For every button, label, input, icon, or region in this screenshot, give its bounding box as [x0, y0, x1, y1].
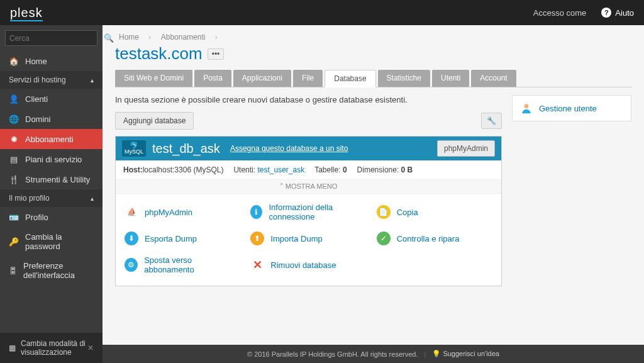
tabs: Siti Web e Domini Posta Applicazioni Fil…	[115, 70, 631, 87]
remove-icon: ✕	[250, 258, 264, 272]
lightbulb-icon: 💡	[432, 350, 441, 357]
top-header: plesk Accesso come ? Aiuto	[0, 0, 644, 25]
layout-icon: ▦	[9, 343, 16, 352]
action-remove-database[interactable]: ✕ Rimuovi database	[250, 255, 366, 274]
copyright: © 2016 Parallels IP Holdings GmbH. All r…	[247, 350, 418, 358]
footer: © 2016 Parallels IP Holdings GmbH. All r…	[103, 345, 644, 363]
globe-icon: 🌐	[9, 114, 19, 124]
upload-icon: ⬆	[250, 232, 264, 245]
check-icon: ✓	[377, 232, 391, 245]
chevron-up-icon: ▴	[91, 195, 94, 202]
copy-icon: 📄	[377, 205, 391, 219]
action-check-repair[interactable]: ✓ Controlla e ripara	[377, 232, 492, 245]
nav-preferenze[interactable]: 🎛 Preferenze dell'interfaccia	[0, 256, 103, 285]
nav-strumenti[interactable]: 🍴 Strumenti & Utility	[0, 169, 103, 189]
nav-section-profile[interactable]: Il mio profilo▴	[0, 189, 103, 207]
access-as[interactable]: Accesso come	[533, 8, 587, 18]
page-title: testask.com	[115, 44, 203, 64]
tools-icon: 🍴	[9, 174, 19, 184]
nav-password[interactable]: 🔑 Cambia la password	[0, 227, 103, 256]
action-export-dump[interactable]: ⬇ Esporta Dump	[125, 232, 240, 245]
intro-text: In questa sezione è possibile creare nuo…	[115, 95, 502, 104]
phpmyadmin-button[interactable]: phpMyAdmin	[437, 140, 495, 157]
more-actions-button[interactable]: •••	[208, 48, 225, 60]
chevron-right-icon: ›	[211, 31, 221, 43]
tab-utenti[interactable]: Utenti	[432, 70, 469, 87]
search-field[interactable]: 🔍	[5, 30, 97, 46]
view-mode-toggle[interactable]: ▦ Cambia modalità di visualizzazione ✕	[0, 333, 103, 363]
plesk-logo: plesk	[10, 6, 43, 20]
nav-profilo[interactable]: 🪪 Profilo	[0, 207, 103, 227]
nav-abbonamenti[interactable]: ✺ Abbonamenti	[0, 129, 103, 149]
user-management-card: Gestione utente	[512, 95, 631, 121]
user-management-link[interactable]: Gestione utente	[520, 102, 623, 114]
tab-applicazioni[interactable]: Applicazioni	[233, 70, 291, 87]
sliders-icon: 🎛	[9, 265, 17, 276]
list-icon: ▤	[9, 154, 19, 164]
info-icon: ℹ	[250, 205, 262, 219]
tab-database[interactable]: Database	[325, 70, 375, 87]
move-icon: ⚙	[125, 258, 138, 272]
sail-icon: ⛵	[125, 205, 138, 219]
search-input[interactable]	[9, 34, 104, 43]
database-card: 🐬 MySQL test_db_ask Assegna questo datab…	[115, 136, 502, 286]
nav-domini[interactable]: 🌐 Domini	[0, 109, 103, 129]
key-icon: 🔑	[9, 237, 19, 247]
add-database-button[interactable]: Aggiungi database	[115, 112, 194, 130]
breadcrumb-abbonamenti[interactable]: Abbonamenti	[157, 31, 209, 43]
action-move-subscription[interactable]: ⚙ Sposta verso abbonamento	[125, 255, 240, 274]
suggest-idea-link[interactable]: 💡 Suggerisci un'idea	[432, 350, 499, 358]
nav-home[interactable]: 🏠 Home	[0, 51, 103, 71]
svg-point-0	[525, 104, 529, 108]
breadcrumb: Home › Abbonamenti ›	[115, 33, 631, 42]
chevron-up-icon: ▴	[91, 77, 94, 84]
assign-to-site-link[interactable]: Assegna questo database a un sito	[230, 144, 348, 153]
action-phpmyadmin[interactable]: ⛵ phpMyAdmin	[125, 203, 240, 221]
nav-clienti[interactable]: 👤 Clienti	[0, 89, 103, 109]
nav-section-hosting[interactable]: Servizi di hosting▴	[0, 71, 103, 89]
db-user-link[interactable]: test_user_ask	[257, 165, 304, 174]
close-icon[interactable]: ✕	[87, 343, 94, 352]
sidebar: 🔍 🏠 Home Servizi di hosting▴ 👤 Clienti 🌐…	[0, 25, 103, 363]
breadcrumb-home[interactable]: Home	[115, 31, 143, 43]
download-icon: ⬇	[125, 232, 138, 245]
nav-piani[interactable]: ▤ Piani di servizio	[0, 149, 103, 169]
tab-posta[interactable]: Posta	[194, 70, 231, 87]
tab-siti[interactable]: Siti Web e Domini	[115, 70, 192, 87]
database-name: test_db_ask	[152, 142, 220, 156]
user-icon	[520, 102, 533, 114]
chevron-right-icon: ›	[145, 31, 155, 43]
id-icon: 🪪	[9, 212, 19, 222]
mysql-icon: 🐬 MySQL	[122, 140, 146, 157]
tab-account[interactable]: Account	[471, 70, 516, 87]
action-copy[interactable]: 📄 Copia	[377, 203, 492, 221]
home-icon: 🏠	[9, 56, 19, 66]
gear-icon: ✺	[9, 134, 19, 144]
help-link[interactable]: ? Aiuto	[601, 8, 634, 18]
action-import-dump[interactable]: ⬆ Importa Dump	[250, 232, 366, 245]
main-content: Home › Abbonamenti › testask.com ••• Sit…	[103, 25, 644, 363]
help-icon: ?	[601, 8, 611, 18]
database-meta: Host:localhost:3306 (MySQL) Utenti: test…	[116, 160, 501, 179]
tab-file[interactable]: File	[293, 70, 323, 87]
collapse-toggle[interactable]: ˄ MOSTRA MENO	[116, 179, 501, 194]
action-connection-info[interactable]: ℹ Informazioni della connessione	[250, 203, 366, 221]
wrench-icon: 🔧	[487, 116, 496, 125]
chevron-up-icon: ˄	[280, 182, 284, 190]
tab-statistiche[interactable]: Statistiche	[378, 70, 430, 87]
user-icon: 👤	[9, 94, 19, 104]
settings-button[interactable]: 🔧	[481, 113, 502, 129]
